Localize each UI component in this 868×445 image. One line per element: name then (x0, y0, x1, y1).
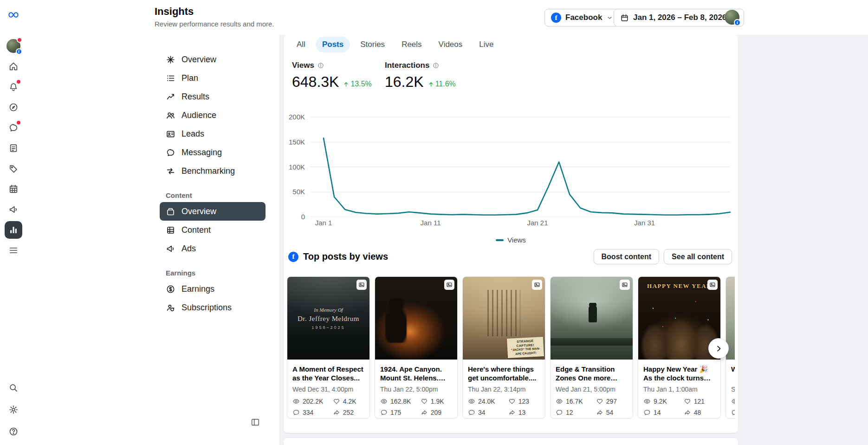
image-text-line: "JACKO" THE MAN-APE CAUGHT! (508, 347, 543, 356)
tab-reels[interactable]: Reels (395, 37, 428, 52)
sidebar-nav: OverviewPlanResultsAudienceLeadsMessagin… (160, 50, 266, 317)
topbar: Insights Review performance results and … (0, 0, 868, 35)
sidebar-section-title: Earnings (160, 269, 266, 277)
main-content: AllPostsStoriesReelsVideosLive Views 648… (279, 35, 868, 445)
rail-content-button[interactable] (5, 139, 22, 157)
account-selector-label: Facebook (565, 13, 602, 22)
meta-logo[interactable] (6, 9, 21, 20)
rail-insights-button[interactable] (5, 221, 22, 239)
rail-nav (5, 58, 22, 259)
sidebar-item-results[interactable]: Results (160, 87, 266, 106)
tab-videos[interactable]: Videos (432, 37, 469, 52)
post-card[interactable]: STRANGE CAPTURE!"JACKO" THE MAN-APE CAUG… (462, 276, 545, 419)
rail-home-button[interactable] (5, 58, 22, 75)
sidebar-collapse-button[interactable] (248, 416, 262, 430)
info-icon[interactable] (432, 62, 440, 69)
page-avatar[interactable] (6, 39, 20, 53)
sidebar-item-overview[interactable]: Overview (160, 202, 266, 221)
page-header: Insights Review performance results and … (155, 6, 274, 28)
rail-all-tools-button[interactable] (5, 242, 22, 259)
sidebar-item-overview[interactable]: Overview (160, 50, 266, 69)
interactions-delta-value: 11.6% (435, 80, 456, 88)
page-title: Insights (155, 6, 274, 18)
planner-icon (8, 184, 19, 194)
settings-button[interactable] (6, 402, 21, 418)
rail-promotions-button[interactable] (5, 201, 22, 218)
sidebar-item-subscriptions[interactable]: Subscriptions (160, 298, 266, 317)
svg-text:200K: 200K (289, 113, 305, 121)
carousel-next-button[interactable] (708, 338, 729, 359)
tab-posts[interactable]: Posts (316, 37, 350, 52)
comment-icon (731, 409, 735, 416)
photo-badge (444, 280, 454, 290)
facebook-icon (551, 13, 561, 23)
profile-avatar[interactable] (725, 10, 739, 25)
likes-count: 121 (694, 398, 705, 405)
sidebar-item-label: Overview (181, 207, 216, 216)
photo-badge (707, 280, 718, 290)
views-stat: 162.8K (380, 398, 421, 405)
comments-stat (731, 409, 735, 416)
search-button[interactable] (6, 380, 21, 396)
shares-count: 252 (343, 409, 354, 416)
post-title: Happy New Year 🎉 As the clock turns and … (643, 365, 715, 382)
boost-content-button[interactable]: Boost content (594, 249, 660, 264)
rail-commerce-button[interactable] (5, 160, 22, 177)
sidebar-item-label: Leads (181, 129, 204, 139)
chart-legend: Views (284, 236, 738, 244)
photo-badge (620, 280, 630, 290)
facebook-badge-icon (16, 48, 22, 55)
post-card[interactable]: 1924. Ape Canyon. Mount St. Helens. Fiv.… (375, 276, 458, 419)
content-type-tabs: AllPostsStoriesReelsVideosLive (290, 37, 500, 52)
post-stats: 202.2K4.2K334252 (292, 398, 364, 416)
views-stat: 16.7K (556, 398, 596, 405)
content-overview-icon (166, 207, 175, 216)
share-icon (333, 409, 340, 416)
shares-stat: 48 (684, 409, 715, 416)
eye-icon (731, 398, 735, 405)
post-title: 1924. Ape Canyon. Mount St. Helens. Fiv.… (380, 365, 452, 382)
help-button[interactable] (6, 424, 21, 439)
sidebar-item-plan[interactable]: Plan (160, 69, 266, 87)
rail-inbox-button[interactable] (5, 119, 22, 137)
views-metric-label: Views (292, 61, 314, 70)
post-card[interactable]: Edge & Transition Zones One more shar...… (550, 276, 633, 419)
tab-live[interactable]: Live (473, 37, 500, 52)
chevron-down-icon (606, 14, 613, 21)
photo-icon (622, 281, 628, 288)
sidebar-item-label: Plan (181, 73, 198, 83)
rail-notifications-button[interactable] (5, 78, 22, 96)
post-card[interactable]: In Memory OfDr. Jeffrey Meldrum1958–2025… (287, 276, 370, 419)
sidebar-item-earnings[interactable]: Earnings (160, 280, 266, 298)
info-icon[interactable] (317, 62, 324, 69)
post-stats (731, 398, 735, 416)
heart-icon (596, 398, 603, 405)
rail-planner-button[interactable] (5, 180, 22, 198)
rail-ads-manager-button[interactable] (5, 98, 22, 116)
post-image-text: STRANGE CAPTURE!"JACKO" THE MAN-APE CAUG… (507, 337, 544, 358)
ads-icon (166, 244, 175, 254)
tab-stories[interactable]: Stories (354, 37, 391, 52)
views-delta-value: 13.5% (350, 80, 371, 88)
sidebar-item-label: Audience (181, 111, 216, 120)
top-posts-actions: Boost content See all content (594, 249, 732, 264)
sidebar-item-leads[interactable]: Leads (160, 124, 266, 143)
commerce-icon (8, 164, 19, 174)
sidebar-item-ads[interactable]: Ads (160, 239, 266, 258)
likes-stat: 4.2K (333, 398, 364, 405)
likes-stat: 1.9K (421, 398, 452, 405)
shares-count: 209 (431, 409, 441, 416)
see-all-content-button[interactable]: See all content (664, 249, 732, 264)
account-selector[interactable]: Facebook (544, 9, 620, 26)
sidebar-item-messaging[interactable]: Messaging (160, 143, 266, 162)
comments-count: 12 (566, 409, 573, 416)
settings-icon (8, 405, 19, 415)
eye-icon (380, 398, 388, 405)
shares-count: 48 (694, 409, 701, 416)
sidebar-item-audience[interactable]: Audience (160, 106, 266, 124)
help-icon (8, 426, 19, 437)
sidebar-item-content[interactable]: Content (160, 221, 266, 239)
svg-text:50K: 50K (292, 188, 305, 196)
sidebar-item-benchmarking[interactable]: Benchmarking (160, 162, 266, 180)
tab-all[interactable]: All (290, 37, 312, 52)
